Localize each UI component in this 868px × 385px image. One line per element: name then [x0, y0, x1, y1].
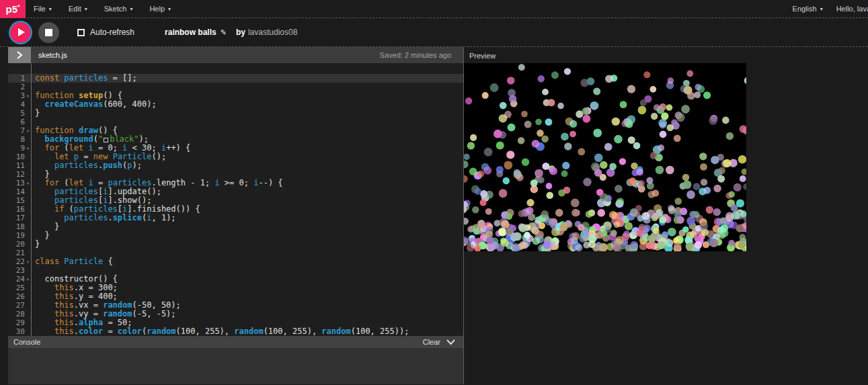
chevron-down-icon: ▾ [820, 6, 823, 12]
line-number: 23 [8, 266, 25, 275]
code-text: const particles = []; [31, 74, 137, 83]
chevron-down-icon: ▾ [49, 6, 52, 12]
console-title: Console [13, 338, 40, 346]
line-number: 22 [8, 257, 25, 266]
fold-gutter [25, 318, 31, 327]
code-text: } [31, 231, 50, 240]
author-link[interactable]: lavastudios08 [248, 28, 297, 37]
chevron-down-icon: ▾ [85, 6, 87, 12]
gutter-separator [31, 63, 32, 336]
line-number: 19 [8, 231, 25, 240]
code-line[interactable]: 19 } [8, 231, 463, 240]
console-output [8, 348, 463, 384]
fold-gutter [25, 231, 31, 240]
code-line[interactable]: 20} [8, 240, 463, 249]
fold-arrow-icon[interactable]: ▼ [25, 144, 31, 153]
line-number: 14 [8, 187, 25, 196]
code-text: } [31, 240, 40, 249]
code-line[interactable]: 22▼class Particle { [8, 257, 463, 266]
console-actions: Clear [423, 338, 455, 346]
chevron-right-icon [15, 50, 24, 60]
chevron-down-icon: ▾ [168, 6, 171, 12]
edit-sketch-name-icon[interactable]: ✎ [221, 28, 227, 37]
menu-sketch[interactable]: Sketch▾ [104, 5, 133, 13]
line-number: 18 [8, 222, 25, 231]
fold-gutter [25, 109, 31, 118]
saved-status: Saved: 2 minutes ago [380, 51, 451, 59]
fold-gutter [25, 74, 31, 83]
menu-help[interactable]: Help▾ [149, 5, 171, 13]
fold-gutter [25, 161, 31, 170]
line-number: 8 [8, 135, 25, 144]
menu-file[interactable]: File▾ [34, 5, 52, 13]
line-number: 25 [8, 284, 25, 292]
line-number: 9 [8, 144, 25, 153]
preview-canvas [464, 63, 746, 251]
line-number: 27 [8, 301, 25, 310]
fold-gutter [25, 83, 31, 91]
console-collapse-icon[interactable] [446, 339, 455, 345]
code-line[interactable]: 17 particles.splice(i, 1); [8, 214, 463, 222]
fold-gutter [25, 266, 31, 275]
line-number: 11 [8, 161, 25, 170]
fold-arrow-icon[interactable]: ▼ [25, 179, 31, 187]
main-area: sketch.js Saved: 2 minutes ago 1const pa… [0, 47, 868, 384]
stop-button[interactable] [38, 22, 59, 43]
fold-gutter [25, 301, 31, 310]
code-line[interactable]: 5} [8, 109, 463, 118]
language-selector[interactable]: English▾ [793, 5, 823, 13]
code-line[interactable]: 18 } [8, 222, 463, 231]
fold-gutter [25, 240, 31, 249]
line-number: 1 [8, 74, 25, 83]
sketch-name: rainbow balls [165, 28, 216, 37]
editor-header: sketch.js Saved: 2 minutes ago [8, 47, 463, 63]
account-greeting[interactable]: Hello, lava [836, 5, 868, 13]
auto-refresh-label: Auto-refresh [90, 28, 134, 37]
fold-gutter [25, 118, 31, 126]
nav-right: English▾ Hello, lava [793, 5, 868, 13]
line-number: 4 [8, 100, 25, 109]
chevron-down-icon: ▾ [130, 6, 132, 12]
fold-gutter [25, 100, 31, 109]
fold-arrow-icon[interactable]: ▼ [25, 257, 31, 266]
line-number: 30 [8, 327, 25, 336]
fold-arrow-icon[interactable]: ▼ [25, 275, 31, 284]
fold-gutter [25, 196, 31, 205]
code-line[interactable]: 30 this.color = color(random(100, 255), … [8, 327, 463, 336]
p5-logo[interactable]: p5* [0, 0, 26, 18]
fold-gutter [25, 249, 31, 257]
line-number: 12 [8, 170, 25, 179]
line-number: 28 [8, 310, 25, 318]
fold-gutter [25, 205, 31, 214]
line-number: 6 [8, 118, 25, 126]
fold-gutter [25, 153, 31, 161]
preview-title: Preview [464, 47, 868, 63]
fold-arrow-icon[interactable]: ▼ [25, 126, 31, 135]
console-header: Console Clear [8, 336, 463, 348]
line-number: 24 [8, 275, 25, 284]
code-editor[interactable]: 1const particles = [];23▼function setup(… [8, 63, 463, 336]
line-number: 2 [8, 83, 25, 91]
fold-arrow-icon[interactable]: ▼ [25, 91, 31, 100]
fold-gutter [25, 310, 31, 318]
by-label: by [236, 28, 245, 37]
sidebar-expand-button[interactable] [8, 47, 31, 63]
menu-edit[interactable]: Edit▾ [69, 5, 87, 13]
p5-logo-asterisk: * [17, 3, 20, 10]
code-line[interactable]: 1const particles = []; [8, 74, 463, 83]
tab-sketch-js[interactable]: sketch.js [38, 51, 67, 59]
line-number: 10 [8, 153, 25, 161]
code-line[interactable]: 4 createCanvas(600, 400); [8, 100, 463, 109]
line-number: 26 [8, 292, 25, 301]
sketch-toolbar: Auto-refresh rainbow balls ✎ by lavastud… [0, 18, 868, 47]
code-lines: 1const particles = [];23▼function setup(… [8, 74, 463, 336]
play-icon [17, 28, 25, 36]
preview-panel: Preview [463, 47, 868, 384]
line-number: 7 [8, 126, 25, 135]
console-clear-button[interactable]: Clear [423, 338, 440, 346]
line-number: 5 [8, 109, 25, 118]
auto-refresh-checkbox[interactable] [77, 29, 85, 36]
line-number: 15 [8, 196, 25, 205]
play-button[interactable] [10, 22, 31, 43]
code-line[interactable]: 11 particles.push(p); [8, 161, 463, 170]
